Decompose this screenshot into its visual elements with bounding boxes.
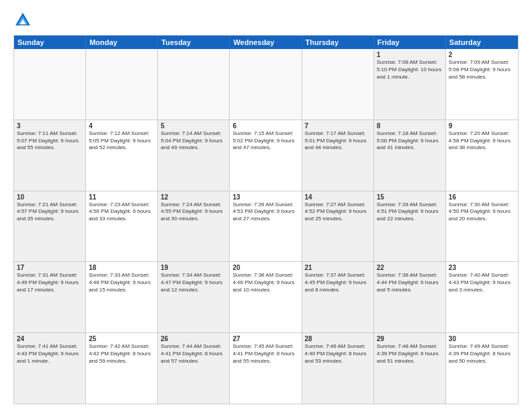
calendar-cell: 5Sunrise: 7:14 AM Sunset: 5:04 PM Daylig…	[158, 120, 230, 191]
day-number: 26	[161, 335, 226, 342]
header	[13, 11, 519, 30]
calendar-cell: 27Sunrise: 7:45 AM Sunset: 4:41 PM Dayli…	[230, 333, 302, 404]
calendar-cell: 8Sunrise: 7:18 AM Sunset: 5:00 PM Daylig…	[374, 120, 446, 191]
day-info: Sunrise: 7:27 AM Sunset: 4:52 PM Dayligh…	[305, 201, 371, 223]
day-info: Sunrise: 7:46 AM Sunset: 4:40 PM Dayligh…	[305, 343, 371, 365]
calendar-cell: 30Sunrise: 7:49 AM Sunset: 4:39 PM Dayli…	[446, 333, 518, 404]
calendar-cell: 7Sunrise: 7:17 AM Sunset: 5:01 PM Daylig…	[302, 120, 374, 191]
calendar-cell: 17Sunrise: 7:31 AM Sunset: 4:49 PM Dayli…	[14, 262, 86, 332]
day-number: 25	[89, 335, 154, 342]
day-number: 21	[305, 264, 371, 271]
calendar-cell: 18Sunrise: 7:33 AM Sunset: 4:48 PM Dayli…	[86, 262, 158, 332]
calendar-cell: 19Sunrise: 7:34 AM Sunset: 4:47 PM Dayli…	[158, 262, 230, 332]
day-number: 5	[161, 122, 226, 130]
day-number: 20	[232, 264, 298, 271]
day-number: 22	[377, 264, 443, 271]
day-info: Sunrise: 7:48 AM Sunset: 4:39 PM Dayligh…	[377, 343, 443, 365]
day-number: 14	[305, 193, 371, 201]
day-number: 9	[449, 122, 515, 130]
calendar-row: 3Sunrise: 7:11 AM Sunset: 5:07 PM Daylig…	[14, 120, 518, 191]
day-info: Sunrise: 7:23 AM Sunset: 4:56 PM Dayligh…	[89, 201, 154, 223]
day-info: Sunrise: 7:37 AM Sunset: 4:45 PM Dayligh…	[305, 272, 371, 293]
day-number: 18	[89, 264, 154, 271]
calendar-body: 1Sunrise: 7:08 AM Sunset: 5:10 PM Daylig…	[14, 49, 518, 404]
calendar-row: 24Sunrise: 7:41 AM Sunset: 4:43 PM Dayli…	[14, 332, 518, 404]
calendar-cell: 4Sunrise: 7:12 AM Sunset: 5:05 PM Daylig…	[86, 120, 158, 191]
logo-icon	[13, 11, 32, 30]
day-number: 13	[232, 193, 298, 201]
day-number: 28	[305, 335, 371, 342]
calendar-cell: 13Sunrise: 7:26 AM Sunset: 4:53 PM Dayli…	[230, 191, 302, 262]
weekday-header: Sunday	[14, 36, 86, 49]
weekday-header: Saturday	[446, 36, 518, 49]
calendar-cell: 10Sunrise: 7:21 AM Sunset: 4:57 PM Dayli…	[14, 191, 86, 262]
calendar-row: 1Sunrise: 7:08 AM Sunset: 5:10 PM Daylig…	[14, 49, 518, 120]
calendar-cell: 26Sunrise: 7:44 AM Sunset: 4:41 PM Dayli…	[158, 333, 230, 404]
calendar-cell: 22Sunrise: 7:38 AM Sunset: 4:44 PM Dayli…	[374, 262, 446, 332]
day-number: 4	[89, 122, 154, 130]
calendar-cell: 20Sunrise: 7:36 AM Sunset: 4:46 PM Dayli…	[230, 262, 302, 332]
calendar-cell: 21Sunrise: 7:37 AM Sunset: 4:45 PM Dayli…	[302, 262, 374, 332]
day-number: 12	[161, 193, 226, 201]
calendar-cell: 11Sunrise: 7:23 AM Sunset: 4:56 PM Dayli…	[86, 191, 158, 262]
day-info: Sunrise: 7:49 AM Sunset: 4:39 PM Dayligh…	[449, 343, 515, 365]
day-info: Sunrise: 7:33 AM Sunset: 4:48 PM Dayligh…	[89, 272, 154, 293]
day-info: Sunrise: 7:36 AM Sunset: 4:46 PM Dayligh…	[232, 272, 298, 293]
day-info: Sunrise: 7:08 AM Sunset: 5:10 PM Dayligh…	[377, 59, 443, 81]
day-number: 2	[449, 51, 515, 58]
weekday-header: Friday	[374, 36, 446, 49]
calendar-header: SundayMondayTuesdayWednesdayThursdayFrid…	[14, 36, 518, 49]
day-number: 27	[232, 335, 298, 342]
day-info: Sunrise: 7:30 AM Sunset: 4:50 PM Dayligh…	[449, 201, 515, 223]
day-info: Sunrise: 7:21 AM Sunset: 4:57 PM Dayligh…	[17, 201, 83, 223]
day-number: 1	[377, 51, 443, 58]
day-info: Sunrise: 7:24 AM Sunset: 4:55 PM Dayligh…	[161, 201, 226, 223]
day-info: Sunrise: 7:34 AM Sunset: 4:47 PM Dayligh…	[161, 272, 226, 293]
calendar-cell: 25Sunrise: 7:42 AM Sunset: 4:42 PM Dayli…	[86, 333, 158, 404]
day-info: Sunrise: 7:31 AM Sunset: 4:49 PM Dayligh…	[17, 272, 83, 293]
day-info: Sunrise: 7:14 AM Sunset: 5:04 PM Dayligh…	[161, 130, 226, 152]
day-number: 19	[161, 264, 226, 271]
day-number: 24	[17, 335, 83, 342]
calendar-cell	[230, 49, 302, 120]
day-info: Sunrise: 7:20 AM Sunset: 4:58 PM Dayligh…	[449, 130, 515, 152]
day-number: 6	[232, 122, 298, 130]
day-info: Sunrise: 7:11 AM Sunset: 5:07 PM Dayligh…	[17, 130, 83, 152]
weekday-header: Monday	[86, 36, 158, 49]
day-info: Sunrise: 7:38 AM Sunset: 4:44 PM Dayligh…	[377, 272, 443, 293]
day-number: 17	[17, 264, 83, 271]
page: SundayMondayTuesdayWednesdayThursdayFrid…	[0, 0, 532, 411]
day-number: 23	[449, 264, 515, 271]
calendar-cell: 3Sunrise: 7:11 AM Sunset: 5:07 PM Daylig…	[14, 120, 86, 191]
day-info: Sunrise: 7:44 AM Sunset: 4:41 PM Dayligh…	[161, 343, 226, 365]
calendar-row: 10Sunrise: 7:21 AM Sunset: 4:57 PM Dayli…	[14, 191, 518, 262]
calendar-cell	[14, 49, 86, 120]
calendar-cell: 14Sunrise: 7:27 AM Sunset: 4:52 PM Dayli…	[302, 191, 374, 262]
calendar-cell: 9Sunrise: 7:20 AM Sunset: 4:58 PM Daylig…	[446, 120, 518, 191]
calendar-cell: 29Sunrise: 7:48 AM Sunset: 4:39 PM Dayli…	[374, 333, 446, 404]
day-number: 15	[377, 193, 443, 201]
calendar-row: 17Sunrise: 7:31 AM Sunset: 4:49 PM Dayli…	[14, 261, 518, 332]
calendar-cell: 28Sunrise: 7:46 AM Sunset: 4:40 PM Dayli…	[302, 333, 374, 404]
weekday-header: Wednesday	[230, 36, 302, 49]
day-number: 16	[449, 193, 515, 201]
day-info: Sunrise: 7:26 AM Sunset: 4:53 PM Dayligh…	[232, 201, 298, 223]
day-number: 8	[377, 122, 443, 130]
day-number: 7	[305, 122, 371, 130]
day-info: Sunrise: 7:41 AM Sunset: 4:43 PM Dayligh…	[17, 343, 83, 365]
calendar: SundayMondayTuesdayWednesdayThursdayFrid…	[13, 35, 519, 404]
day-number: 3	[17, 122, 83, 130]
day-number: 10	[17, 193, 83, 201]
calendar-cell: 23Sunrise: 7:40 AM Sunset: 4:43 PM Dayli…	[446, 262, 518, 332]
day-number: 30	[449, 335, 515, 342]
day-info: Sunrise: 7:15 AM Sunset: 5:02 PM Dayligh…	[232, 130, 298, 152]
calendar-cell: 15Sunrise: 7:28 AM Sunset: 4:51 PM Dayli…	[374, 191, 446, 262]
weekday-header: Thursday	[302, 36, 374, 49]
day-info: Sunrise: 7:40 AM Sunset: 4:43 PM Dayligh…	[449, 272, 515, 293]
day-info: Sunrise: 7:17 AM Sunset: 5:01 PM Dayligh…	[305, 130, 371, 152]
calendar-cell: 1Sunrise: 7:08 AM Sunset: 5:10 PM Daylig…	[374, 49, 446, 120]
day-info: Sunrise: 7:45 AM Sunset: 4:41 PM Dayligh…	[232, 343, 298, 365]
day-number: 11	[89, 193, 154, 201]
day-info: Sunrise: 7:28 AM Sunset: 4:51 PM Dayligh…	[377, 201, 443, 223]
calendar-cell: 2Sunrise: 7:09 AM Sunset: 5:08 PM Daylig…	[446, 49, 518, 120]
